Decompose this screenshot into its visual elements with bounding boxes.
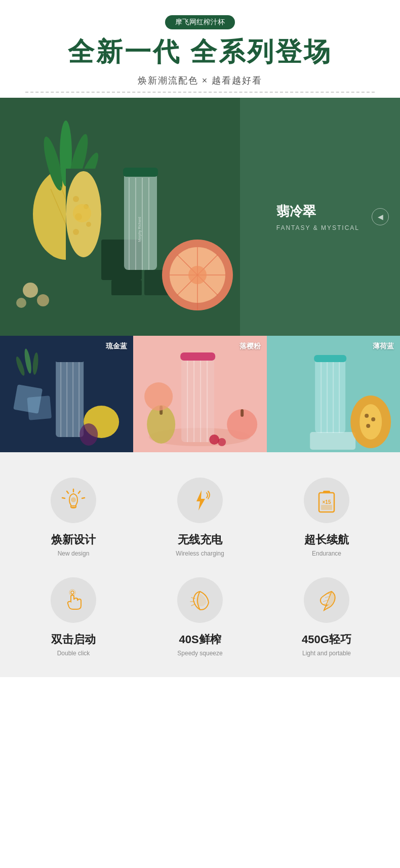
lightning-icon	[187, 488, 213, 513]
feature-wireless-charging: 无线充电 Wireless charging	[142, 478, 258, 557]
svg-text:×15: ×15	[323, 499, 331, 505]
svg-point-32	[188, 266, 207, 284]
svg-marker-83	[196, 490, 205, 510]
blade-icon	[187, 587, 213, 613]
svg-line-96	[325, 597, 329, 598]
hero-section: Morphy Richard 翡冷翠 FANTASY & MYSTICAL ◀	[0, 98, 400, 336]
hero-color-info: 翡冷翠 FANTASY & MYSTICAL	[276, 203, 359, 231]
wireless-charging-title-zh: 无线充电	[178, 532, 222, 547]
wireless-charging-title-en: Wireless charging	[176, 550, 224, 557]
svg-rect-87	[321, 505, 332, 510]
double-click-title-zh: 双击启动	[51, 632, 96, 647]
variant-mint[interactable]: 薄荷蓝	[267, 336, 400, 452]
color-variants-row: 琉金蓝 落樱粉	[0, 336, 400, 452]
svg-rect-37	[27, 396, 52, 420]
features-grid: 焕新设计 New design 无线充电 Wireless charging	[15, 478, 385, 657]
svg-point-73	[371, 417, 375, 421]
svg-point-14	[73, 229, 79, 235]
svg-rect-85	[323, 491, 330, 493]
wireless-charging-icon-circle	[177, 478, 223, 523]
feature-endurance: ×15 超长续航 Endurance	[268, 478, 385, 557]
svg-point-13	[86, 222, 91, 227]
svg-point-35	[16, 298, 26, 308]
svg-point-60	[144, 382, 173, 411]
svg-point-33	[23, 283, 38, 298]
brand-badge: 摩飞网红榨汁杯	[165, 15, 235, 29]
svg-point-74	[366, 424, 370, 428]
variant-mint-label: 薄荷蓝	[373, 342, 394, 351]
svg-point-72	[365, 414, 369, 418]
svg-rect-51	[180, 352, 215, 361]
svg-point-61	[209, 435, 219, 445]
feather-icon	[314, 587, 339, 613]
svg-point-39	[23, 348, 33, 374]
subtitle: 焕新潮流配色 × 越看越好看	[10, 74, 390, 87]
light-portable-icon-circle	[304, 577, 349, 623]
battery-icon: ×15	[314, 488, 339, 513]
svg-text:Morphy Richard: Morphy Richard	[138, 217, 142, 242]
double-click-icon-circle	[51, 577, 96, 623]
variant-pink-illustration	[133, 336, 266, 452]
endurance-title-en: Endurance	[312, 550, 341, 557]
divider	[25, 92, 375, 93]
svg-rect-20	[123, 168, 158, 177]
svg-rect-50	[181, 353, 214, 442]
svg-point-15	[73, 204, 91, 222]
features-section: 焕新设计 New design 无线充电 Wireless charging	[0, 452, 400, 677]
svg-rect-42	[55, 355, 85, 362]
feature-double-click: 双击启动 Double click	[15, 577, 132, 657]
svg-point-90	[71, 591, 74, 594]
svg-rect-59	[241, 409, 244, 417]
feature-light-portable: 450G轻巧 Light and portable	[268, 577, 385, 657]
lightbulb-icon	[61, 488, 86, 513]
hero-color-name: 翡冷翠	[276, 203, 359, 220]
svg-point-38	[15, 356, 26, 377]
svg-rect-17	[111, 280, 142, 295]
svg-point-34	[37, 294, 49, 306]
endurance-title-zh: 超长续航	[304, 532, 349, 547]
svg-point-10	[73, 196, 79, 202]
svg-point-62	[218, 438, 226, 446]
svg-rect-64	[315, 356, 345, 433]
new-design-icon-circle	[51, 478, 96, 523]
variant-pink[interactable]: 落樱粉	[133, 336, 266, 452]
touch-icon	[61, 587, 86, 613]
svg-line-76	[78, 491, 80, 493]
variant-pink-label: 落樱粉	[239, 342, 261, 351]
new-design-title-en: New design	[58, 550, 90, 557]
svg-point-82	[71, 497, 76, 502]
svg-line-79	[62, 498, 65, 498]
speedy-squeeze-title-zh: 40S鲜榨	[179, 632, 221, 647]
variant-mint-illustration	[267, 336, 400, 452]
svg-rect-63	[310, 432, 355, 450]
svg-line-78	[67, 491, 68, 493]
endurance-icon-circle: ×15	[304, 478, 349, 523]
svg-point-71	[359, 404, 382, 440]
feature-new-design: 焕新设计 New design	[15, 478, 132, 557]
light-portable-title-zh: 450G轻巧	[302, 632, 351, 647]
variant-blue-label: 琉金蓝	[106, 342, 127, 351]
variant-blue-illustration	[0, 336, 133, 452]
feature-speedy-squeeze: 40S鲜榨 Speedy squeeze	[142, 577, 258, 657]
svg-line-77	[82, 498, 85, 498]
variant-blue[interactable]: 琉金蓝	[0, 336, 133, 452]
hero-illustration: Morphy Richard	[0, 98, 238, 336]
left-arrow-icon: ◀	[378, 213, 383, 221]
hero-prev-button[interactable]: ◀	[372, 208, 389, 225]
speedy-squeeze-icon-circle	[177, 577, 223, 623]
header-section: 摩飞网红榨汁杯 全新一代 全系列登场 焕新潮流配色 × 越看越好看	[0, 0, 400, 98]
speedy-squeeze-title-en: Speedy squeeze	[177, 650, 222, 657]
double-click-title-en: Double click	[57, 650, 90, 657]
main-title: 全新一代 全系列登场	[10, 37, 390, 66]
light-portable-title-en: Light and portable	[302, 650, 351, 657]
hero-color-subtitle: FANTASY & MYSTICAL	[276, 224, 359, 231]
svg-point-48	[79, 423, 98, 446]
svg-line-94	[191, 604, 195, 606]
svg-point-40	[32, 352, 39, 375]
svg-rect-65	[314, 355, 346, 362]
new-design-title-zh: 焕新设计	[51, 532, 96, 547]
